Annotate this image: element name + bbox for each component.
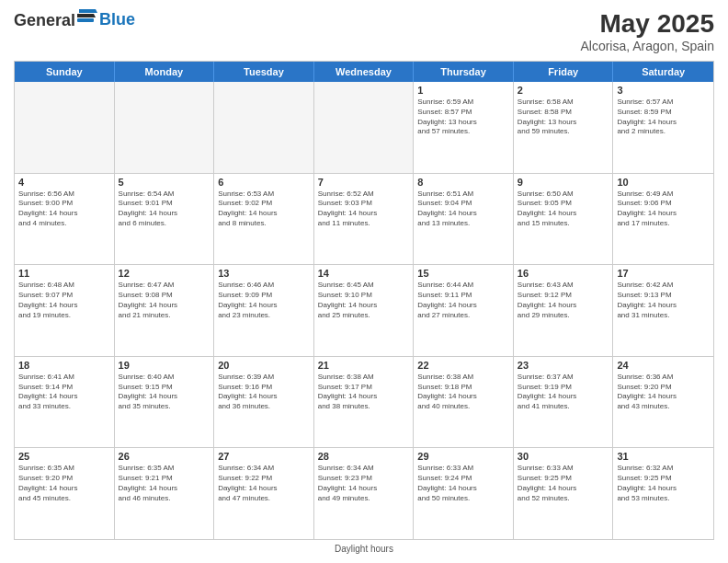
day-number: 25 <box>18 451 110 462</box>
logo-flag-icon <box>77 9 97 26</box>
day-number: 18 <box>18 360 110 371</box>
day-info: Sunrise: 6:51 AM Sunset: 9:04 PM Dayligh… <box>417 190 509 229</box>
weekday-header-tuesday: Tuesday <box>214 62 314 82</box>
day-number: 19 <box>119 360 210 371</box>
day-info: Sunrise: 6:32 AM Sunset: 9:25 PM Dayligh… <box>617 464 710 503</box>
day-info: Sunrise: 6:53 AM Sunset: 9:02 PM Dayligh… <box>218 190 310 229</box>
day-number: 26 <box>119 451 210 462</box>
weekday-header-sunday: Sunday <box>15 62 115 82</box>
day-number: 31 <box>617 451 710 462</box>
day-info: Sunrise: 6:57 AM Sunset: 8:59 PM Dayligh… <box>617 98 710 137</box>
calendar-day-20: 20Sunrise: 6:39 AM Sunset: 9:16 PM Dayli… <box>214 357 314 448</box>
day-number: 24 <box>617 360 710 371</box>
day-info: Sunrise: 6:35 AM Sunset: 9:20 PM Dayligh… <box>18 464 110 503</box>
calendar-day-8: 8Sunrise: 6:51 AM Sunset: 9:04 PM Daylig… <box>414 174 514 265</box>
day-info: Sunrise: 6:39 AM Sunset: 9:16 PM Dayligh… <box>218 373 310 412</box>
day-number: 16 <box>518 268 609 279</box>
calendar-day-3: 3Sunrise: 6:57 AM Sunset: 8:59 PM Daylig… <box>613 82 713 173</box>
calendar-week-1: 1Sunrise: 6:59 AM Sunset: 8:57 PM Daylig… <box>15 82 713 174</box>
day-number: 20 <box>218 360 310 371</box>
day-number: 11 <box>18 268 110 279</box>
day-info: Sunrise: 6:59 AM Sunset: 8:57 PM Dayligh… <box>417 98 509 137</box>
calendar-day-15: 15Sunrise: 6:44 AM Sunset: 9:11 PM Dayli… <box>414 265 514 356</box>
weekday-header-wednesday: Wednesday <box>314 62 415 82</box>
day-number: 9 <box>518 177 609 188</box>
footer-note: Daylight hours <box>14 544 714 554</box>
main-title: May 2025 <box>580 9 714 39</box>
day-number: 2 <box>518 85 609 96</box>
calendar-day-2: 2Sunrise: 6:58 AM Sunset: 8:58 PM Daylig… <box>514 82 614 173</box>
day-number: 7 <box>318 177 410 188</box>
calendar-day-16: 16Sunrise: 6:43 AM Sunset: 9:12 PM Dayli… <box>514 265 614 356</box>
calendar-body: 1Sunrise: 6:59 AM Sunset: 8:57 PM Daylig… <box>15 82 713 539</box>
calendar-day-6: 6Sunrise: 6:53 AM Sunset: 9:02 PM Daylig… <box>214 174 314 265</box>
day-number: 4 <box>18 177 110 188</box>
day-info: Sunrise: 6:48 AM Sunset: 9:07 PM Dayligh… <box>18 281 110 320</box>
day-number: 13 <box>218 268 310 279</box>
day-number: 23 <box>518 360 609 371</box>
day-number: 27 <box>218 451 310 462</box>
svg-rect-2 <box>77 18 94 22</box>
day-info: Sunrise: 6:38 AM Sunset: 9:17 PM Dayligh… <box>318 373 410 412</box>
calendar: SundayMondayTuesdayWednesdayThursdayFrid… <box>14 61 714 540</box>
calendar-header: SundayMondayTuesdayWednesdayThursdayFrid… <box>15 62 713 82</box>
calendar-day-29: 29Sunrise: 6:33 AM Sunset: 9:24 PM Dayli… <box>414 448 514 539</box>
day-number: 3 <box>617 85 710 96</box>
header: General Blue May 2025 Alcorisa, Aragon, … <box>14 9 714 53</box>
day-info: Sunrise: 6:40 AM Sunset: 9:15 PM Dayligh… <box>119 373 210 412</box>
day-number: 6 <box>218 177 310 188</box>
day-info: Sunrise: 6:33 AM Sunset: 9:24 PM Dayligh… <box>417 464 509 503</box>
calendar-day-17: 17Sunrise: 6:42 AM Sunset: 9:13 PM Dayli… <box>613 265 713 356</box>
day-info: Sunrise: 6:47 AM Sunset: 9:08 PM Dayligh… <box>119 281 210 320</box>
calendar-day-1: 1Sunrise: 6:59 AM Sunset: 8:57 PM Daylig… <box>414 82 514 173</box>
day-info: Sunrise: 6:54 AM Sunset: 9:01 PM Dayligh… <box>119 190 210 229</box>
calendar-day-12: 12Sunrise: 6:47 AM Sunset: 9:08 PM Dayli… <box>115 265 215 356</box>
calendar-day-19: 19Sunrise: 6:40 AM Sunset: 9:15 PM Dayli… <box>115 357 215 448</box>
calendar-day-31: 31Sunrise: 6:32 AM Sunset: 9:25 PM Dayli… <box>613 448 713 539</box>
day-number: 17 <box>617 268 710 279</box>
calendar-week-5: 25Sunrise: 6:35 AM Sunset: 9:20 PM Dayli… <box>15 448 713 539</box>
day-info: Sunrise: 6:49 AM Sunset: 9:06 PM Dayligh… <box>617 190 710 229</box>
day-number: 5 <box>119 177 210 188</box>
day-number: 10 <box>617 177 710 188</box>
title-section: May 2025 Alcorisa, Aragon, Spain <box>580 9 714 53</box>
calendar-day-24: 24Sunrise: 6:36 AM Sunset: 9:20 PM Dayli… <box>613 357 713 448</box>
day-info: Sunrise: 6:56 AM Sunset: 9:00 PM Dayligh… <box>18 190 110 229</box>
calendar-day-4: 4Sunrise: 6:56 AM Sunset: 9:00 PM Daylig… <box>15 174 115 265</box>
day-info: Sunrise: 6:38 AM Sunset: 9:18 PM Dayligh… <box>417 373 509 412</box>
logo-text-general: General <box>14 9 97 30</box>
day-number: 8 <box>417 177 509 188</box>
calendar-day-10: 10Sunrise: 6:49 AM Sunset: 9:06 PM Dayli… <box>613 174 713 265</box>
weekday-header-friday: Friday <box>514 62 614 82</box>
calendar-empty <box>115 82 215 173</box>
calendar-day-9: 9Sunrise: 6:50 AM Sunset: 9:05 PM Daylig… <box>514 174 614 265</box>
calendar-empty <box>15 82 115 173</box>
day-info: Sunrise: 6:45 AM Sunset: 9:10 PM Dayligh… <box>318 281 410 320</box>
svg-marker-0 <box>79 9 97 13</box>
day-number: 29 <box>417 451 509 462</box>
calendar-day-13: 13Sunrise: 6:46 AM Sunset: 9:09 PM Dayli… <box>214 265 314 356</box>
calendar-empty <box>314 82 415 173</box>
day-info: Sunrise: 6:34 AM Sunset: 9:22 PM Dayligh… <box>218 464 310 503</box>
day-number: 15 <box>417 268 509 279</box>
calendar-day-27: 27Sunrise: 6:34 AM Sunset: 9:22 PM Dayli… <box>214 448 314 539</box>
day-number: 22 <box>417 360 509 371</box>
calendar-empty <box>214 82 314 173</box>
calendar-day-7: 7Sunrise: 6:52 AM Sunset: 9:03 PM Daylig… <box>314 174 415 265</box>
day-info: Sunrise: 6:43 AM Sunset: 9:12 PM Dayligh… <box>518 281 609 320</box>
day-info: Sunrise: 6:50 AM Sunset: 9:05 PM Dayligh… <box>518 190 609 229</box>
calendar-day-30: 30Sunrise: 6:33 AM Sunset: 9:25 PM Dayli… <box>514 448 614 539</box>
calendar-day-25: 25Sunrise: 6:35 AM Sunset: 9:20 PM Dayli… <box>15 448 115 539</box>
day-info: Sunrise: 6:41 AM Sunset: 9:14 PM Dayligh… <box>18 373 110 412</box>
calendar-day-14: 14Sunrise: 6:45 AM Sunset: 9:10 PM Dayli… <box>314 265 415 356</box>
calendar-day-21: 21Sunrise: 6:38 AM Sunset: 9:17 PM Dayli… <box>314 357 415 448</box>
day-info: Sunrise: 6:58 AM Sunset: 8:58 PM Dayligh… <box>518 98 609 137</box>
calendar-day-5: 5Sunrise: 6:54 AM Sunset: 9:01 PM Daylig… <box>115 174 215 265</box>
day-number: 28 <box>318 451 410 462</box>
logo-text-blue: Blue <box>99 10 135 29</box>
weekday-header-thursday: Thursday <box>414 62 514 82</box>
calendar-day-23: 23Sunrise: 6:37 AM Sunset: 9:19 PM Dayli… <box>514 357 614 448</box>
day-info: Sunrise: 6:42 AM Sunset: 9:13 PM Dayligh… <box>617 281 710 320</box>
day-info: Sunrise: 6:46 AM Sunset: 9:09 PM Dayligh… <box>218 281 310 320</box>
day-number: 14 <box>318 268 410 279</box>
